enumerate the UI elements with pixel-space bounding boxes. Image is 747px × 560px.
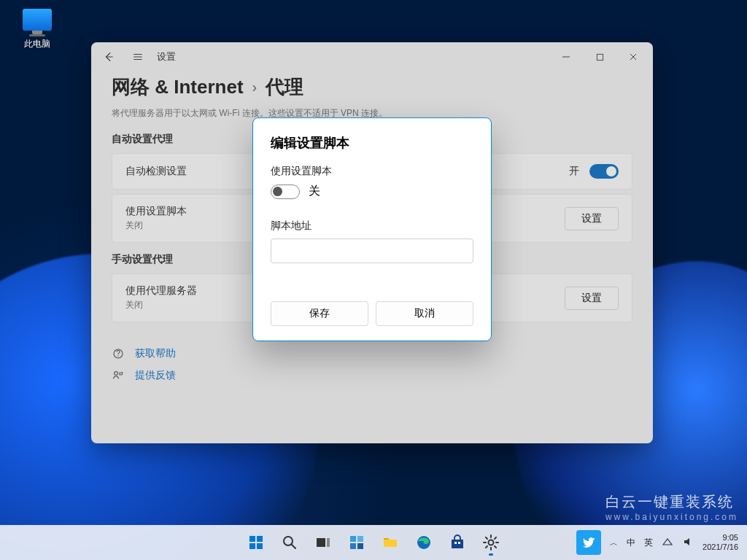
volume-icon[interactable]	[682, 536, 694, 549]
system-tray: ︿ 中 英 9:05 2021/7/16	[576, 530, 747, 555]
desktop-icon-label: 此电脑	[10, 38, 64, 50]
widgets-button[interactable]	[342, 528, 371, 557]
modal-title: 编辑设置脚本	[271, 134, 473, 152]
svg-point-8	[284, 537, 293, 545]
ime-indicator-a[interactable]: 中	[627, 537, 635, 549]
start-button[interactable]	[241, 528, 271, 557]
svg-rect-12	[357, 536, 363, 542]
svg-rect-4	[249, 536, 255, 542]
svg-rect-9	[317, 538, 325, 547]
file-explorer-button[interactable]	[376, 528, 405, 557]
clock-button[interactable]: 9:05 2021/7/16	[703, 533, 738, 552]
svg-rect-5	[257, 536, 263, 542]
svg-rect-18	[458, 542, 460, 544]
ime-indicator-b[interactable]: 英	[644, 537, 653, 549]
cancel-button[interactable]: 取消	[376, 301, 473, 326]
search-icon	[281, 534, 298, 551]
tray-chevron-up-icon[interactable]: ︿	[610, 537, 618, 548]
this-pc-icon	[23, 9, 52, 31]
modal-toggle-text: 关	[309, 184, 320, 199]
taskbar: ︿ 中 英 9:05 2021/7/16	[0, 525, 747, 560]
script-address-input[interactable]	[271, 238, 473, 263]
widgets-icon	[348, 534, 365, 551]
network-icon[interactable]	[662, 536, 673, 549]
bird-icon	[581, 535, 596, 550]
store-icon	[449, 534, 466, 551]
edit-script-modal: 编辑设置脚本 使用设置脚本 关 脚本地址 保存 取消	[252, 117, 492, 341]
gear-icon	[482, 534, 500, 551]
svg-rect-14	[357, 543, 363, 549]
settings-taskbar-button[interactable]	[476, 528, 506, 557]
desktop-icon-this-pc[interactable]: 此电脑	[10, 6, 64, 50]
folder-icon	[382, 534, 399, 551]
save-button[interactable]: 保存	[271, 301, 368, 326]
edge-icon	[415, 534, 433, 551]
svg-rect-11	[350, 536, 356, 542]
search-button[interactable]	[275, 528, 304, 557]
svg-rect-7	[257, 543, 263, 549]
task-view-button[interactable]	[309, 528, 338, 557]
edge-button[interactable]	[409, 528, 438, 557]
svg-rect-10	[327, 538, 330, 547]
task-view-icon	[314, 534, 332, 551]
store-button[interactable]	[443, 528, 472, 557]
settings-window: 设置 网络 & Internet › 代理 将代理服务器用于以太网或 Wi-Fi…	[91, 42, 653, 443]
svg-rect-16	[452, 540, 463, 548]
svg-rect-13	[350, 543, 356, 549]
tray-time: 9:05	[703, 533, 738, 542]
taskbar-center	[241, 528, 506, 557]
svg-rect-6	[249, 543, 255, 549]
svg-rect-17	[454, 542, 457, 544]
modal-use-script-label: 使用设置脚本	[271, 165, 473, 178]
svg-point-19	[489, 540, 494, 545]
tray-date: 2021/7/16	[703, 542, 738, 552]
tray-app-button[interactable]	[576, 530, 601, 555]
modal-address-label: 脚本地址	[271, 219, 473, 233]
modal-use-script-toggle[interactable]	[271, 184, 300, 199]
windows-icon	[247, 534, 265, 551]
